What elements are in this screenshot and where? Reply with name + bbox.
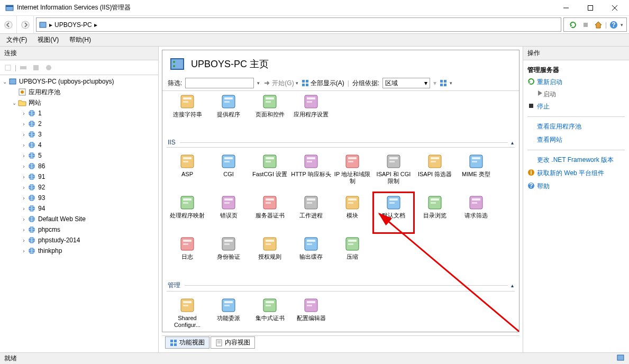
feature-item[interactable]: 默认文档: [373, 192, 414, 233]
feature-item[interactable]: 功能委派: [208, 295, 249, 332]
tree-site-item[interactable]: ›4: [0, 140, 158, 150]
tree-site-item[interactable]: ›92: [0, 182, 158, 193]
feature-item[interactable]: 输出缓存: [290, 233, 332, 275]
close-button[interactable]: [603, 0, 627, 16]
toggle-icon[interactable]: ⌄: [1, 79, 8, 85]
action-view-app-pools[interactable]: 查看应用程序池: [527, 121, 625, 132]
toggle-icon[interactable]: ›: [20, 121, 28, 127]
tree-site-item[interactable]: ›3: [0, 129, 158, 140]
feature-item[interactable]: 身份验证: [208, 233, 249, 275]
home-icon[interactable]: [592, 19, 604, 31]
feature-item[interactable]: 授权规则: [249, 233, 290, 275]
feature-item[interactable]: 模块: [332, 192, 373, 233]
action-help[interactable]: ?帮助: [527, 181, 625, 192]
feature-item[interactable]: 目录浏览: [414, 192, 455, 233]
feature-item[interactable]: 页面和控件: [249, 91, 290, 132]
feature-item[interactable]: 请求筛选: [455, 192, 497, 233]
tree-root[interactable]: ⌄ UPBOYS-PC (upboys-pc\upboys): [0, 76, 158, 87]
toggle-icon[interactable]: ›: [20, 195, 28, 201]
feature-item[interactable]: 集中式证书: [249, 295, 290, 332]
tree-site-item[interactable]: ›86: [0, 161, 158, 171]
filter-dropdown[interactable]: ▾: [257, 80, 260, 86]
action-start[interactable]: 启动: [527, 90, 625, 99]
minimize-button[interactable]: [554, 0, 578, 16]
feature-item[interactable]: HTTP 响应标头: [290, 151, 332, 192]
tree-site-item[interactable]: ›Default Web Site: [0, 214, 158, 224]
help-icon[interactable]: ?: [608, 19, 619, 31]
tab-content-view[interactable]: 内容视图: [211, 336, 255, 349]
tree-app-pools[interactable]: 应用程序池: [0, 87, 158, 97]
feature-scroll[interactable]: 连接字符串提供程序页面和控件应用程序设置 IIS ▴ ASPCGIFastCGI…: [162, 91, 519, 332]
tree-site-item[interactable]: ›2: [0, 119, 158, 129]
tree-site-item[interactable]: ›1: [0, 108, 158, 119]
menu-view[interactable]: 视图(V): [33, 34, 63, 46]
toggle-icon[interactable]: ›: [20, 238, 28, 243]
action-view-sites[interactable]: 查看网站: [527, 134, 625, 145]
action-change-framework[interactable]: 更改 .NET Framework 版本: [527, 154, 625, 166]
toggle-icon[interactable]: ›: [20, 248, 28, 254]
conn-tool-4[interactable]: [43, 62, 54, 74]
toggle-icon[interactable]: ›: [20, 174, 28, 180]
tree-site-item[interactable]: ›91: [0, 171, 158, 182]
toggle-icon[interactable]: ›: [20, 163, 28, 169]
feature-item[interactable]: 配置编辑器: [290, 295, 332, 332]
tree-site-item[interactable]: ›5: [0, 150, 158, 161]
feature-item[interactable]: 提供程序: [208, 91, 249, 132]
tree-site-item[interactable]: ›thinkphp: [0, 245, 158, 256]
filter-input[interactable]: [185, 78, 254, 88]
action-get-webpi[interactable]: i获取新的 Web 平台组件: [527, 168, 625, 179]
feature-item[interactable]: 处理程序映射: [167, 192, 208, 233]
stop-nav-icon[interactable]: [580, 19, 591, 31]
start-filter-button[interactable]: 开始(G) ▾: [263, 79, 298, 88]
toggle-icon[interactable]: ›: [20, 132, 28, 138]
forward-button[interactable]: [17, 16, 34, 33]
feature-item[interactable]: ISAPI 筛选器: [414, 151, 455, 192]
tree-site-item[interactable]: ›93: [0, 193, 158, 203]
toggle-icon[interactable]: ›: [20, 142, 28, 148]
feature-item[interactable]: CGI: [208, 151, 249, 192]
connections-tree[interactable]: ⌄ UPBOYS-PC (upboys-pc\upboys) 应用程序池 ⌄ 网…: [0, 75, 158, 352]
action-stop[interactable]: 停止: [527, 101, 625, 112]
toggle-icon[interactable]: ⌄: [11, 100, 18, 106]
toggle-icon[interactable]: ›: [20, 206, 28, 212]
status-config-icon[interactable]: [616, 353, 625, 363]
feature-item[interactable]: IP 地址和域限制: [332, 151, 373, 192]
tree-site-item[interactable]: ›94: [0, 203, 158, 214]
show-all-button[interactable]: 全部显示(A): [302, 79, 344, 88]
breadcrumb[interactable]: ▸ UPBOYS-PC ▸: [39, 21, 97, 29]
back-button[interactable]: [0, 16, 17, 33]
conn-tool-3[interactable]: [30, 62, 42, 74]
conn-tool-2[interactable]: [17, 62, 29, 74]
toggle-icon[interactable]: ›: [20, 227, 28, 233]
view-mode-button[interactable]: ▾: [440, 79, 452, 87]
toggle-icon[interactable]: ›: [20, 216, 28, 222]
tree-site-item[interactable]: ›phpcms: [0, 224, 158, 235]
feature-item[interactable]: 错误页: [208, 192, 249, 233]
feature-item[interactable]: 应用程序设置: [290, 91, 332, 132]
feature-item[interactable]: 工作进程: [290, 192, 332, 233]
menu-help[interactable]: 帮助(H): [65, 34, 95, 46]
menu-file[interactable]: 文件(F): [2, 34, 31, 46]
maximize-button[interactable]: [578, 0, 603, 16]
refresh-icon[interactable]: [567, 19, 579, 31]
feature-item[interactable]: 日志: [167, 233, 208, 275]
conn-tool-1[interactable]: [2, 62, 14, 74]
feature-item[interactable]: 服务器证书: [249, 192, 290, 233]
group-label-iis[interactable]: IIS ▴: [167, 135, 515, 148]
action-restart[interactable]: 重新启动: [527, 77, 625, 88]
feature-item[interactable]: ISAPI 和 CGI 限制: [373, 151, 414, 192]
tab-features-view[interactable]: 功能视图: [165, 336, 209, 349]
feature-item[interactable]: Shared Configur...: [167, 295, 208, 332]
feature-item[interactable]: ASP: [167, 151, 208, 192]
tree-site-item[interactable]: ›phpstudy-2014: [0, 235, 158, 245]
feature-item[interactable]: FastCGI 设置: [249, 151, 290, 192]
address-bar[interactable]: ▸ UPBOYS-PC ▸: [36, 17, 561, 32]
toggle-icon[interactable]: ›: [20, 185, 28, 190]
feature-item[interactable]: 压缩: [332, 233, 373, 275]
feature-item[interactable]: 连接字符串: [167, 91, 208, 132]
toggle-icon[interactable]: ›: [20, 153, 28, 159]
toggle-icon[interactable]: ›: [20, 111, 28, 116]
group-label-mgmt[interactable]: 管理 ▴: [167, 278, 515, 292]
tree-sites[interactable]: ⌄ 网站: [0, 97, 158, 108]
group-by-select[interactable]: 区域 ▾: [382, 78, 430, 88]
